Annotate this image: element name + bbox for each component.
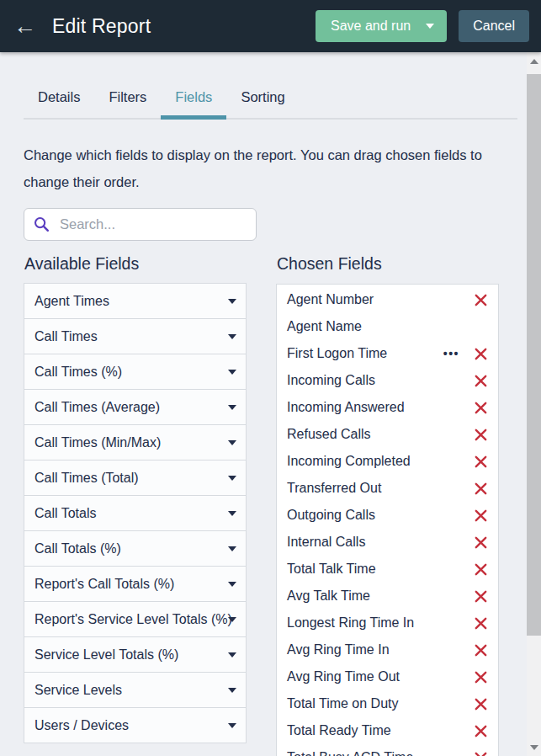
remove-field-icon[interactable] bbox=[474, 670, 488, 684]
chevron-down-icon bbox=[228, 370, 236, 375]
available-field-group[interactable]: Agent Times bbox=[24, 283, 247, 319]
chosen-field-label: Avg Ring Time In bbox=[287, 642, 443, 658]
available-field-group[interactable]: Call Times (Total) bbox=[24, 460, 247, 496]
cancel-button[interactable]: Cancel bbox=[459, 10, 529, 42]
chosen-field-label: First Logon Time bbox=[287, 346, 443, 361]
chevron-down-icon bbox=[228, 617, 236, 622]
chosen-field-row[interactable]: Agent Name ••• bbox=[277, 313, 498, 340]
tab-details[interactable]: Details bbox=[24, 79, 94, 118]
available-field-group-label: Service Level Totals (%) bbox=[34, 647, 178, 663]
available-field-group[interactable]: Call Times (Average) bbox=[24, 389, 247, 425]
chevron-down-icon bbox=[228, 476, 236, 481]
tab-fields[interactable]: Fields bbox=[161, 79, 226, 118]
save-and-run-label: Save and run bbox=[331, 19, 411, 34]
remove-field-icon[interactable] bbox=[474, 293, 488, 307]
remove-field-icon[interactable] bbox=[474, 401, 488, 415]
available-field-group[interactable]: Call Totals bbox=[24, 495, 247, 531]
header-actions: Save and run Cancel bbox=[316, 10, 529, 42]
remove-field-icon[interactable] bbox=[474, 347, 488, 361]
back-arrow-icon[interactable]: ← bbox=[13, 15, 42, 38]
scrollbar-down-arrow-icon[interactable] bbox=[527, 740, 541, 754]
remove-field-icon[interactable] bbox=[474, 428, 488, 442]
content-area: Details Filters Fields Sorting Change wh… bbox=[0, 79, 541, 756]
available-field-group-label: Users / Devices bbox=[34, 718, 129, 733]
chosen-field-row[interactable]: Total Time on Duty ••• bbox=[277, 690, 498, 717]
chosen-field-row[interactable]: Total Busy ACD Time ••• bbox=[277, 744, 498, 756]
remove-field-icon[interactable] bbox=[474, 724, 488, 738]
available-field-group-label: Call Times (Min/Max) bbox=[34, 435, 161, 450]
available-field-group-label: Call Times bbox=[34, 329, 98, 344]
chosen-field-row[interactable]: Avg Ring Time In ••• bbox=[277, 636, 498, 663]
available-field-group[interactable]: Call Totals (%) bbox=[24, 530, 247, 567]
available-field-group[interactable]: Call Times (%) bbox=[24, 354, 247, 390]
chevron-down-icon bbox=[228, 582, 236, 587]
field-options-menu-icon[interactable]: ••• bbox=[443, 348, 459, 359]
remove-field-icon[interactable] bbox=[474, 562, 488, 577]
chosen-field-row[interactable]: Incoming Answered ••• bbox=[277, 394, 498, 421]
vertical-scrollbar[interactable] bbox=[527, 52, 541, 756]
search-icon bbox=[34, 216, 50, 232]
available-fields-list: Agent Times Call Times Call Times (%) bbox=[24, 283, 247, 743]
chosen-fields-heading: Chosen Fields bbox=[277, 254, 499, 274]
available-field-group[interactable]: Service Level Totals (%) bbox=[24, 636, 247, 673]
chosen-field-row[interactable]: Agent Number ••• bbox=[277, 286, 498, 313]
available-field-group[interactable]: Report's Call Totals (%) bbox=[24, 566, 247, 602]
available-field-group[interactable]: Report's Service Level Totals (%) bbox=[24, 601, 247, 637]
chevron-down-icon bbox=[228, 688, 236, 693]
chosen-field-row[interactable]: Total Ready Time ••• bbox=[277, 717, 498, 744]
chosen-field-row[interactable]: Avg Talk Time ••• bbox=[277, 583, 498, 610]
chosen-field-row[interactable]: Avg Ring Time Out ••• bbox=[277, 663, 498, 690]
chevron-down-icon bbox=[228, 511, 236, 516]
remove-field-icon[interactable] bbox=[474, 616, 488, 631]
available-field-group[interactable]: Call Times (Min/Max) bbox=[24, 424, 247, 461]
chosen-field-row[interactable]: Outgoing Calls ••• bbox=[277, 502, 498, 529]
chevron-down-icon bbox=[228, 299, 236, 304]
chosen-field-label: Total Time on Duty bbox=[287, 696, 443, 711]
chosen-field-row[interactable]: Longest Ring Time In ••• bbox=[277, 610, 498, 636]
remove-field-icon[interactable] bbox=[474, 374, 488, 388]
chosen-field-row[interactable]: Refused Calls ••• bbox=[277, 421, 498, 448]
available-field-group-label: Report's Service Level Totals (%) bbox=[34, 612, 232, 627]
chosen-field-label: Longest Ring Time In bbox=[287, 615, 443, 631]
field-columns: Available Fields Agent Times Call Times bbox=[24, 254, 517, 756]
chosen-field-label: Internal Calls bbox=[287, 535, 443, 550]
scrollbar-up-arrow-icon[interactable] bbox=[527, 54, 541, 68]
chosen-field-label: Total Ready Time bbox=[287, 723, 443, 738]
search-input[interactable] bbox=[58, 216, 247, 233]
chosen-field-row[interactable]: Internal Calls ••• bbox=[277, 529, 498, 556]
available-field-group-label: Call Totals bbox=[34, 506, 97, 521]
chevron-down-icon bbox=[228, 652, 236, 658]
chosen-fields-column: Chosen Fields Agent Number ••• bbox=[276, 254, 499, 756]
remove-field-icon[interactable] bbox=[474, 589, 488, 604]
remove-field-icon[interactable] bbox=[474, 697, 488, 711]
chosen-field-label: Transferred Out bbox=[287, 481, 443, 496]
available-field-group[interactable]: Call Times bbox=[24, 318, 247, 354]
scrollbar-thumb[interactable] bbox=[527, 74, 541, 636]
chosen-field-row[interactable]: Incoming Calls ••• bbox=[277, 367, 498, 394]
remove-field-icon[interactable] bbox=[474, 508, 488, 523]
chosen-field-label: Incoming Calls bbox=[287, 373, 443, 388]
remove-field-icon[interactable] bbox=[474, 535, 488, 550]
edit-report-page: ← Edit Report Save and run Cancel Detail… bbox=[0, 0, 541, 756]
chosen-field-label: Agent Number bbox=[287, 292, 443, 307]
chosen-field-row[interactable]: Total Talk Time ••• bbox=[277, 556, 498, 583]
tab-filters[interactable]: Filters bbox=[94, 79, 161, 118]
chosen-field-row[interactable]: First Logon Time ••• bbox=[277, 340, 498, 367]
remove-field-icon[interactable] bbox=[474, 643, 488, 658]
save-and-run-button[interactable]: Save and run bbox=[316, 10, 447, 42]
available-field-group[interactable]: Service Levels bbox=[24, 672, 247, 708]
available-field-group[interactable]: Users / Devices bbox=[24, 707, 247, 743]
remove-field-icon[interactable] bbox=[474, 482, 488, 496]
chosen-field-label: Agent Name bbox=[287, 319, 443, 334]
remove-field-icon[interactable] bbox=[474, 455, 488, 469]
page-title: Edit Report bbox=[52, 15, 151, 38]
chosen-field-row[interactable]: Transferred Out ••• bbox=[277, 475, 498, 502]
chevron-down-icon bbox=[228, 334, 236, 339]
remove-field-icon[interactable] bbox=[474, 751, 488, 756]
chosen-field-label: Avg Ring Time Out bbox=[287, 669, 443, 684]
save-dropdown-caret-icon[interactable] bbox=[426, 24, 434, 29]
available-field-group-label: Call Times (%) bbox=[34, 365, 122, 380]
chosen-field-label: Outgoing Calls bbox=[287, 508, 443, 523]
chosen-field-row[interactable]: Incoming Completed ••• bbox=[277, 448, 498, 475]
tab-sorting[interactable]: Sorting bbox=[226, 79, 299, 118]
